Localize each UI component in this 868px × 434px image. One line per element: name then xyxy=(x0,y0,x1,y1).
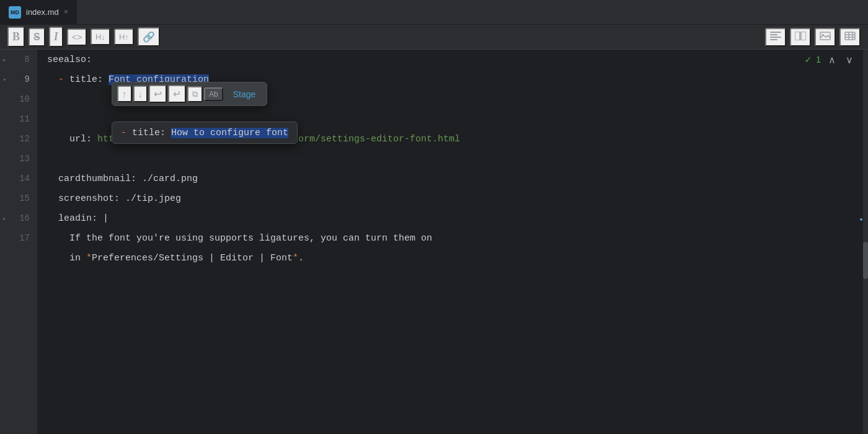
inline-rename-button[interactable]: Ab xyxy=(204,87,223,101)
line-num-12: 12 xyxy=(0,129,37,149)
line-num-9: ▾ 9 xyxy=(0,69,37,89)
indicator-up-button[interactable]: ∧ xyxy=(826,53,838,67)
align-columns-button[interactable] xyxy=(790,28,811,46)
inline-move-up-button[interactable]: ↑ xyxy=(117,86,132,102)
editor-area: ▸ 8 ▾ 9 10 11 12 13 14 15 ▸ 16 17 xyxy=(0,50,868,434)
code-line-8: seealso: xyxy=(37,50,868,69)
line-13-marker xyxy=(860,218,862,221)
inline-accept-button[interactable]: ↵ xyxy=(168,85,186,103)
svg-rect-2 xyxy=(770,37,781,38)
h-decrease-button[interactable]: H↓ xyxy=(91,29,110,45)
bold-button[interactable]: B xyxy=(7,27,25,47)
index-md-tab[interactable]: MD index.md × xyxy=(0,0,78,25)
editor-toolbar: B S I <> H↓ H↑ 🔗 xyxy=(0,25,868,50)
code-line-15: If the font you're using supports ligatu… xyxy=(37,228,868,248)
line-num-16: ▸ 16 xyxy=(0,208,37,228)
code-line-13: screenshot: ./tip.jpeg xyxy=(37,188,868,208)
inline-copy-button[interactable]: ⧉ xyxy=(187,86,203,102)
line-numbers-gutter: ▸ 8 ▾ 9 10 11 12 13 14 15 ▸ 16 17 xyxy=(0,50,37,434)
inline-undo-button[interactable]: ↩ xyxy=(149,85,167,103)
inline-move-down-button[interactable]: ↓ xyxy=(133,86,148,102)
md-file-icon: MD xyxy=(9,6,21,19)
inline-edit-highlighted-text: How to configure font xyxy=(171,128,288,138)
link-button[interactable]: 🔗 xyxy=(138,27,160,46)
h-increase-button[interactable]: H↑ xyxy=(114,29,134,45)
toolbar-right-group xyxy=(765,28,861,46)
table-button[interactable] xyxy=(839,28,861,46)
image-button[interactable] xyxy=(815,28,836,46)
tab-filename: index.md xyxy=(26,7,59,17)
code-content-area[interactable]: seealso: - title: Font configuration ↑ ↓… xyxy=(37,50,868,434)
top-indicator: ✓ 1 ∧ ∨ xyxy=(805,50,856,69)
code-line-17 xyxy=(37,268,868,288)
tab-bar: MD index.md × xyxy=(0,0,868,25)
code-line-16: in *Preferences/Settings | Editor | Font… xyxy=(37,248,868,268)
scrollbar-thumb[interactable] xyxy=(863,242,868,279)
indicator-down-button[interactable]: ∨ xyxy=(843,53,856,67)
code-button[interactable]: <> xyxy=(67,29,87,46)
svg-rect-8 xyxy=(845,32,855,40)
align-left-button[interactable] xyxy=(765,28,786,46)
svg-rect-5 xyxy=(801,32,806,40)
inline-stage-button[interactable]: Stage xyxy=(227,87,262,101)
strikethrough-button[interactable]: S xyxy=(29,28,45,46)
line-num-13: 13 xyxy=(0,149,37,169)
inline-edit-box: - title: How to configure font xyxy=(112,122,298,144)
svg-rect-1 xyxy=(770,34,777,35)
fold-icon-9[interactable]: ▾ xyxy=(2,76,7,84)
line-num-10: 10 xyxy=(0,89,37,109)
check-icon: ✓ xyxy=(805,53,812,66)
fold-icon-8[interactable]: ▸ xyxy=(2,56,7,64)
line-num-11: 11 xyxy=(0,109,37,129)
code-line-14: leadin: | xyxy=(37,208,868,228)
svg-rect-4 xyxy=(795,32,800,40)
inline-toolbar: ↑ ↓ ↩ ↵ ⧉ Ab Stage xyxy=(112,82,267,106)
italic-button[interactable]: I xyxy=(49,27,63,47)
fold-icon-16[interactable]: ▸ xyxy=(2,215,7,223)
line-num-15: 15 xyxy=(0,188,37,208)
tab-close-button[interactable]: × xyxy=(64,8,68,17)
line-num-8: ▸ 8 xyxy=(0,50,37,69)
code-line-12: cardthumbnail: ./card.png xyxy=(37,169,868,188)
scrollbar-track[interactable] xyxy=(863,50,868,434)
svg-rect-0 xyxy=(770,32,781,33)
line-num-14: 14 xyxy=(0,169,37,188)
indicator-count: 1 xyxy=(816,55,821,64)
code-line-11 xyxy=(37,149,868,169)
svg-rect-3 xyxy=(770,39,777,40)
line-num-17: 17 xyxy=(0,228,37,248)
